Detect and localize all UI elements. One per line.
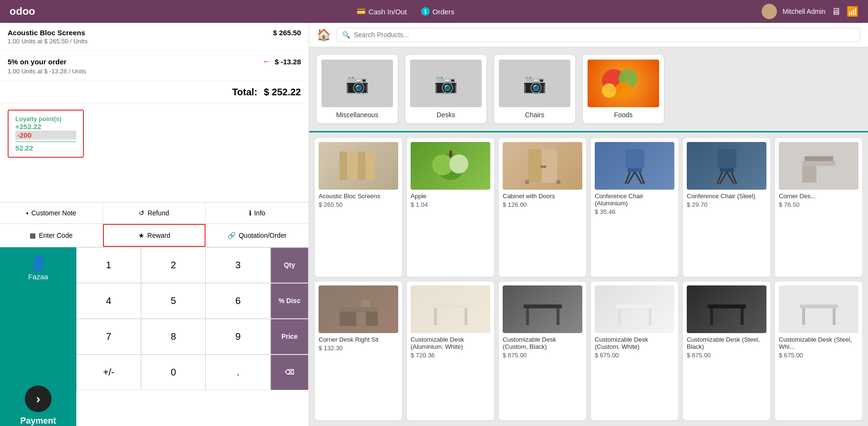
left-panel: Acoustic Bloc Screens $ 265.50 1.00 Unit… <box>0 23 309 426</box>
product-apple-img <box>411 142 490 190</box>
svg-rect-47 <box>649 308 651 325</box>
item1-detail: 1.00 Units at $ 265.50 / Units <box>8 38 301 45</box>
num-6[interactable]: 6 <box>206 283 270 319</box>
category-desks[interactable]: 📷 Desks <box>405 55 486 123</box>
enter-code-button[interactable]: ▦ Enter Code <box>0 224 103 247</box>
item2-name: 5% on your order <box>8 58 66 66</box>
order-item-1[interactable]: Acoustic Bloc Screens $ 265.50 1.00 Unit… <box>0 23 309 51</box>
product-chair-al[interactable]: Conference Chair (Aluminium) $ 35.46 <box>591 138 678 277</box>
num-8[interactable]: 8 <box>141 319 206 355</box>
cash-in-out-nav[interactable]: 💳 Cash In/Out <box>357 7 407 16</box>
info-icon: ℹ <box>249 209 251 217</box>
num-5[interactable]: 5 <box>141 283 206 319</box>
num-7[interactable]: 7 <box>76 319 141 355</box>
product-cust-desk-sw-img <box>779 285 858 333</box>
home-icon[interactable]: 🏠 <box>317 28 331 41</box>
product-apple-name: Apple <box>411 193 490 200</box>
camera-icon: 📷 <box>345 72 369 95</box>
backspace-key[interactable]: ⌫ <box>270 355 309 390</box>
category-miscellaneous[interactable]: 📷 Miscellaneous <box>317 55 398 123</box>
product-cust-desk-sw-price: $ 675.00 <box>779 352 858 359</box>
svg-rect-45 <box>616 304 654 308</box>
product-cust-desk-cw-img <box>595 285 674 333</box>
product-corner-desk-right-img <box>319 285 398 333</box>
product-corner-des-name: Corner Des... <box>779 193 858 200</box>
svg-rect-19 <box>557 180 560 184</box>
product-acoustic-bloc[interactable]: Acoustic Bloc Screens $ 265.50 <box>315 138 402 277</box>
product-acoustic-img <box>319 142 398 190</box>
search-bar: 🏠 🔍 <box>309 23 868 47</box>
payment-button[interactable]: › Payment <box>0 385 76 426</box>
product-cust-desk-aw[interactable]: Customizable Desk (Aluminium, White) $ 7… <box>407 282 494 420</box>
num-dot[interactable]: . <box>206 355 270 390</box>
search-input[interactable] <box>354 31 855 39</box>
qty-key[interactable]: Qty <box>270 247 309 283</box>
svg-point-16 <box>540 165 543 168</box>
svg-rect-43 <box>526 308 529 325</box>
product-cabinet[interactable]: Cabinet with Doors $ 126.00 <box>499 138 586 277</box>
num-plusminus[interactable]: +/- <box>76 355 141 390</box>
product-cust-desk-cb-price: $ 675.00 <box>503 352 582 359</box>
product-chair-al-img <box>595 142 674 190</box>
category-desks-label: Desks <box>410 111 482 119</box>
product-corner-des-price: $ 76.50 <box>779 201 858 208</box>
search-input-wrap: 🔍 <box>337 28 860 42</box>
product-cust-desk-cw-price: $ 675.00 <box>595 352 674 359</box>
category-chairs[interactable]: 📷 Chairs <box>494 55 575 123</box>
orders-nav[interactable]: 1 Orders <box>421 7 455 16</box>
num-1[interactable]: 1 <box>76 247 141 283</box>
product-cust-desk-cw[interactable]: Customizable Desk (Custom, White) $ 675.… <box>591 282 678 420</box>
disc-key[interactable]: % Disc <box>270 283 309 319</box>
svg-rect-34 <box>805 156 833 161</box>
product-chair-st[interactable]: Conference Chair (Steel) $ 29.70 <box>683 138 770 277</box>
svg-rect-50 <box>741 308 744 325</box>
category-misc-img: 📷 <box>321 60 393 107</box>
product-corner-des[interactable]: Corner Des... $ 76.50 <box>775 138 862 277</box>
product-chair-st-name: Conference Chair (Steel) <box>687 193 766 200</box>
order-total: Total: $ 252.22 <box>0 81 309 104</box>
products-grid: Acoustic Bloc Screens $ 265.50 Apple $ 1… <box>309 132 868 426</box>
product-cust-desk-sb-img <box>687 285 766 333</box>
wifi-icon: 📶 <box>847 6 858 17</box>
loyalty-box: Loyalty point(s) +252.22 -200 52.22 <box>8 110 84 158</box>
num-2[interactable]: 2 <box>141 247 206 283</box>
product-cust-desk-sw-name: Customizable Desk (Steel, Whi... <box>779 336 858 350</box>
customer-note-button[interactable]: ▪ Customer Note <box>0 203 103 223</box>
category-foods-img <box>588 60 659 107</box>
category-chairs-img: 📷 <box>499 60 570 107</box>
info-button[interactable]: ℹ Info <box>206 203 309 223</box>
refund-icon: ↺ <box>139 209 145 217</box>
product-cust-desk-sb[interactable]: Customizable Desk (Steel, Black) $ 675.0… <box>683 282 770 420</box>
reward-button[interactable]: ★ Reward <box>103 224 206 247</box>
product-cust-desk-sw[interactable]: Customizable Desk (Steel, Whi... $ 675.0… <box>775 282 862 420</box>
monitor-icon: 🖥 <box>831 6 841 17</box>
svg-rect-26 <box>717 149 736 168</box>
order-item-2[interactable]: 5% on your order ← $ -13.28 1.00 Units a… <box>0 51 309 81</box>
svg-rect-9 <box>367 152 374 180</box>
product-cust-desk-cb[interactable]: Customizable Desk (Custom, Black) $ 675.… <box>499 282 586 420</box>
svg-rect-8 <box>358 152 365 180</box>
product-apple[interactable]: Apple $ 1.04 <box>407 138 494 277</box>
price-key[interactable]: Price <box>270 319 309 355</box>
num-3[interactable]: 3 <box>206 247 270 283</box>
category-desks-img: 📷 <box>410 60 482 107</box>
svg-rect-20 <box>625 149 644 168</box>
product-cust-desk-cw-name: Customizable Desk (Custom, White) <box>595 336 674 350</box>
payment-circle-icon: › <box>25 385 52 412</box>
product-acoustic-name: Acoustic Bloc Screens <box>319 193 398 200</box>
item2-detail: 1.00 Units at $ -13.28 / Units <box>8 68 301 75</box>
product-corner-desk-right[interactable]: Corner Desk Right Sit $ 132.30 <box>315 282 402 420</box>
category-foods[interactable]: Foods <box>583 55 664 123</box>
num-9[interactable]: 9 <box>206 319 270 355</box>
customer-name: Fazaa <box>28 273 48 281</box>
product-apple-price: $ 1.04 <box>411 201 490 208</box>
quotation-order-button[interactable]: 🔗 Quotation/Order <box>206 224 309 247</box>
categories-row: 📷 Miscellaneous 📷 Desks 📷 Chairs <box>309 47 868 132</box>
num-0[interactable]: 0 <box>141 355 206 390</box>
svg-rect-18 <box>525 180 529 184</box>
svg-rect-37 <box>366 312 378 326</box>
num-4[interactable]: 4 <box>76 283 141 319</box>
svg-point-1 <box>764 13 775 19</box>
refund-button[interactable]: ↺ Refund <box>103 203 206 223</box>
svg-rect-7 <box>349 152 356 180</box>
